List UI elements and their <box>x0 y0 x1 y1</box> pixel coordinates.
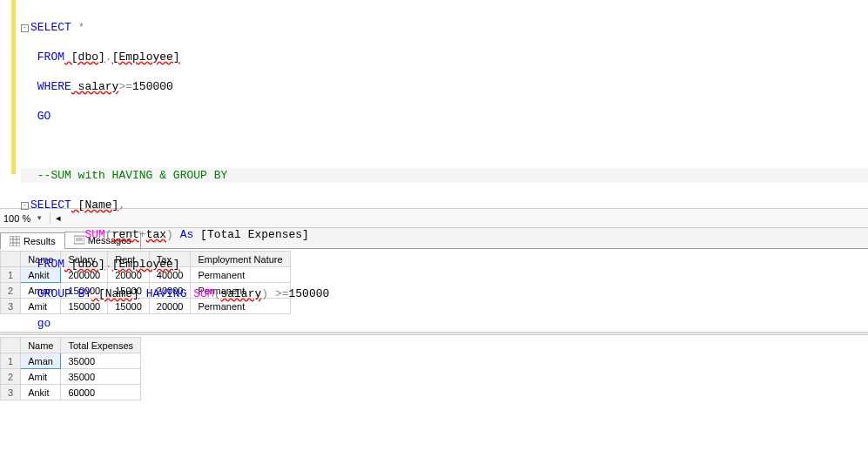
fold-icon[interactable]: - <box>21 202 29 210</box>
cell[interactable]: 35000 <box>61 369 141 385</box>
kw-select2: SELECT <box>30 198 71 212</box>
row-number[interactable]: 2 <box>1 369 21 385</box>
svg-rect-0 <box>10 236 20 246</box>
change-marker <box>11 0 16 174</box>
code-area[interactable]: -SELECT * FROM [dbo].[Employee] WHERE sa… <box>0 0 868 360</box>
col-salary: salary <box>71 80 119 93</box>
kw-from2: FROM <box>30 258 64 271</box>
kw-groupby: GROUP BY <box>30 287 91 300</box>
kw-where: WHERE <box>30 80 71 93</box>
comment: --SUM with HAVING & GROUP BY <box>30 169 227 182</box>
col-name: [Name] <box>71 198 119 212</box>
tab-results-label: Results <box>24 236 56 246</box>
grid-icon <box>10 236 20 246</box>
table-row[interactable]: 2 Amit 35000 <box>1 369 141 385</box>
star: * <box>71 21 85 34</box>
kw-as: As <box>173 228 193 241</box>
sql-editor-pane[interactable]: -SELECT * FROM [dbo].[Employee] WHERE sa… <box>0 0 868 209</box>
row-number[interactable]: 3 <box>1 385 21 400</box>
fn-sum2: SUM <box>186 287 213 300</box>
kw-from: FROM <box>30 50 64 64</box>
fn-sum: SUM <box>84 228 104 241</box>
kw-go: GO <box>30 110 50 123</box>
kw-having: HAVING <box>139 287 187 300</box>
kw-go2: go <box>30 317 50 330</box>
fold-icon[interactable]: - <box>21 24 29 32</box>
cell[interactable]: Ankit <box>21 385 61 400</box>
cell[interactable]: Amit <box>21 369 61 385</box>
alias: [Total Expenses] <box>193 228 309 241</box>
cell[interactable]: 60000 <box>61 385 141 400</box>
tab-results[interactable]: Results <box>0 232 65 249</box>
kw-select: SELECT <box>30 21 71 34</box>
obj-dbo: [dbo] <box>64 50 105 64</box>
table-row[interactable]: 3 Ankit 60000 <box>1 385 141 400</box>
obj-employee: [Employee] <box>112 50 180 64</box>
